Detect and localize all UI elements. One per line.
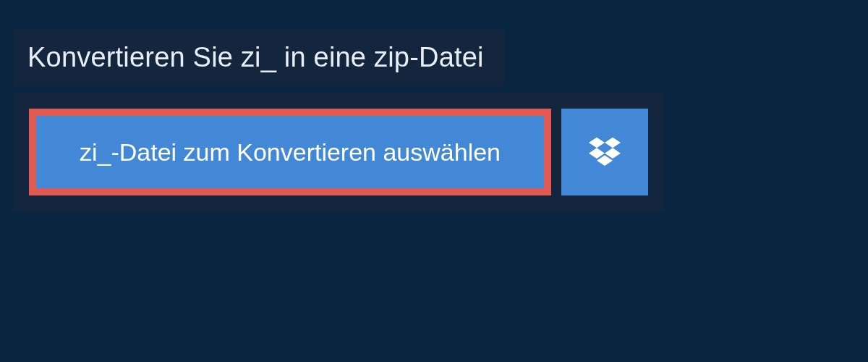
dropbox-button[interactable] (561, 109, 648, 195)
dropbox-icon (589, 135, 621, 169)
page-title: Konvertieren Sie zi_ in eine zip-Datei (27, 42, 484, 72)
select-file-label: zi_-Datei zum Konvertieren auswählen (80, 138, 501, 167)
select-file-button[interactable]: zi_-Datei zum Konvertieren auswählen (29, 109, 551, 195)
upload-panel: zi_-Datei zum Konvertieren auswählen (13, 93, 664, 211)
title-bar: Konvertieren Sie zi_ in eine zip-Datei (13, 29, 504, 86)
